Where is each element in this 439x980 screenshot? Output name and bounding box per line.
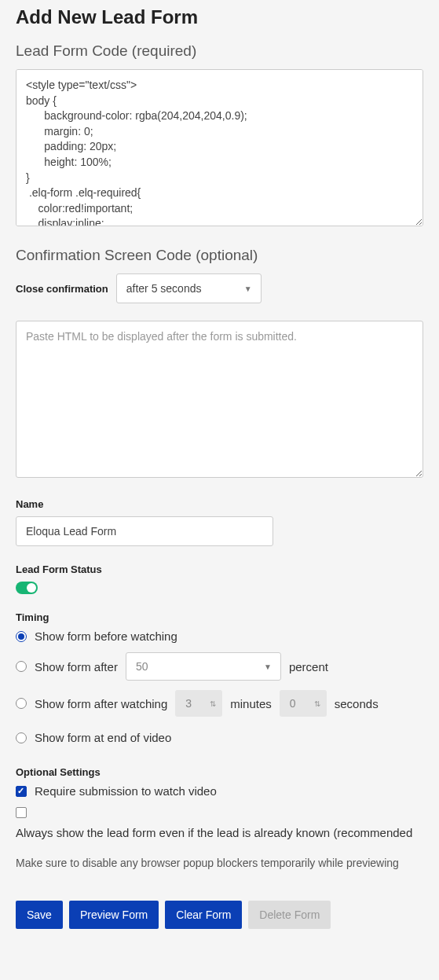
- timing-radio-watching[interactable]: [16, 698, 27, 709]
- preview-form-button[interactable]: Preview Form: [69, 901, 159, 929]
- delete-form-button: Delete Form: [248, 901, 331, 929]
- name-label: Name: [16, 498, 423, 510]
- timing-minutes-label: minutes: [230, 697, 272, 710]
- timing-label: Timing: [16, 611, 423, 623]
- always-show-label: Always show the lead form even if the le…: [16, 826, 412, 839]
- close-confirmation-select[interactable]: after 5 seconds: [116, 273, 262, 303]
- timing-end-label: Show form at end of video: [35, 731, 171, 744]
- timing-seconds-input[interactable]: 0: [280, 690, 327, 717]
- timing-percent-select[interactable]: 50: [126, 652, 281, 681]
- lead-form-code-heading: Lead Form Code (required): [16, 42, 423, 60]
- always-show-checkbox[interactable]: [16, 807, 27, 818]
- name-input[interactable]: [16, 516, 273, 546]
- optional-settings-label: Optional Settings: [16, 766, 423, 778]
- timing-seconds-label: seconds: [335, 697, 379, 710]
- lead-form-code-textarea[interactable]: [16, 69, 423, 226]
- status-label: Lead Form Status: [16, 563, 423, 575]
- timing-percent-suffix: percent: [289, 660, 328, 674]
- confirmation-heading: Confirmation Screen Code (optional): [16, 247, 423, 264]
- clear-form-button[interactable]: Clear Form: [165, 901, 242, 929]
- require-submission-label: Require submission to watch video: [35, 784, 217, 798]
- timing-before-label: Show form before watching: [35, 629, 177, 643]
- status-toggle[interactable]: [16, 582, 38, 594]
- require-submission-checkbox[interactable]: [16, 786, 27, 797]
- close-confirmation-label: Close confirmation: [16, 283, 108, 295]
- timing-watching-prefix: Show form after watching: [35, 697, 167, 710]
- page-title: Add New Lead Form: [16, 6, 423, 28]
- timing-radio-percent[interactable]: [16, 661, 27, 672]
- preview-note: Make sure to disable any browser popup b…: [16, 857, 423, 869]
- save-button[interactable]: Save: [16, 901, 63, 929]
- timing-radio-before[interactable]: [16, 631, 27, 642]
- timing-radio-end[interactable]: [16, 732, 27, 743]
- timing-minutes-input[interactable]: 3: [175, 690, 222, 717]
- confirmation-code-textarea[interactable]: [16, 321, 423, 478]
- timing-percent-prefix: Show form after: [35, 660, 118, 674]
